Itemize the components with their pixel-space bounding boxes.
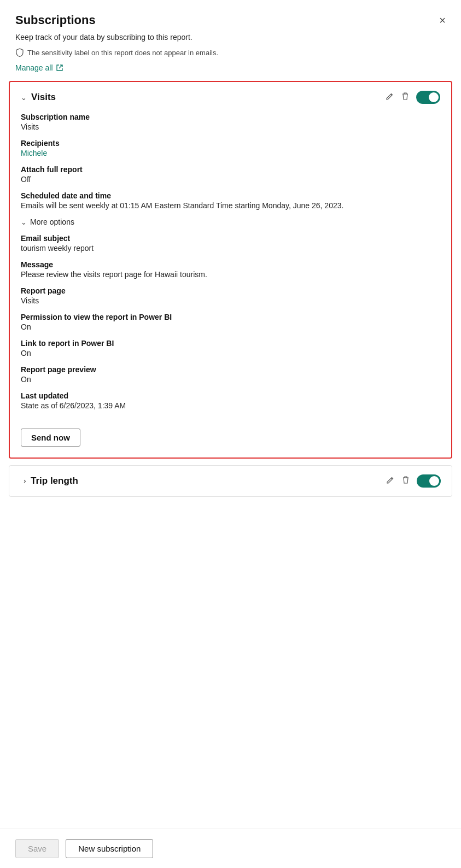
trip-length-toggle[interactable]: [417, 474, 441, 488]
panel-header: Subscriptions ×: [0, 0, 461, 33]
save-button: Save: [15, 839, 59, 858]
field-message: Message Please review the visits report …: [21, 260, 440, 279]
delete-icon-trip[interactable]: [401, 476, 410, 486]
new-subscription-button[interactable]: New subscription: [66, 839, 153, 858]
card-name-row: ⌄ Visits: [21, 92, 56, 103]
more-options-chevron-icon: ⌄: [21, 218, 27, 226]
subscriptions-panel: Subscriptions × Keep track of your data …: [0, 0, 461, 868]
card-left-trip-length: ⌄ Trip length: [20, 476, 78, 486]
card-title-trip-length: Trip length: [31, 476, 78, 486]
field-scheduled-datetime: Scheduled date and time Emails will be s…: [21, 191, 440, 210]
shield-icon: [15, 48, 24, 57]
footer-bar: Save New subscription: [0, 829, 461, 868]
visits-toggle[interactable]: [416, 91, 440, 104]
field-permission-powerbi: Permission to view the report in Power B…: [21, 313, 440, 331]
field-last-updated: Last updated State as of 6/26/2023, 1:39…: [21, 391, 440, 410]
more-options-label: More options: [30, 218, 74, 226]
panel-title: Subscriptions: [15, 13, 96, 27]
edit-icon[interactable]: [386, 92, 394, 103]
panel-subtitle: Keep track of your data by subscribing t…: [0, 33, 461, 46]
subscription-card-visits: ⌄ Visits: [9, 81, 452, 459]
field-report-page: Report page Visits: [21, 286, 440, 305]
card-actions-visits: [386, 91, 440, 104]
sensitivity-row: The sensitivity label on this report doe…: [0, 46, 461, 61]
delete-icon[interactable]: [401, 92, 410, 103]
card-title-visits: Visits: [31, 92, 56, 103]
close-button[interactable]: ×: [439, 15, 446, 26]
field-report-preview: Report page preview On: [21, 365, 440, 384]
manage-all-label: Manage all: [15, 63, 53, 72]
field-attach-report: Attach full report Off: [21, 165, 440, 184]
chevron-right-icon[interactable]: ⌄: [19, 478, 27, 484]
external-link-icon: [56, 64, 63, 72]
field-recipients: Recipients Michele: [21, 139, 440, 157]
field-email-subject: Email subject tourism weekly report: [21, 234, 440, 253]
sensitivity-text: The sensitivity label on this report doe…: [27, 49, 218, 57]
send-now-button[interactable]: Send now: [21, 429, 80, 447]
subscription-card-trip-length: ⌄ Trip length: [9, 465, 452, 497]
edit-icon-trip[interactable]: [386, 476, 395, 486]
more-options-row[interactable]: ⌄ More options: [21, 218, 440, 226]
manage-all-link[interactable]: Manage all: [0, 61, 461, 81]
card-header-visits: ⌄ Visits: [21, 91, 440, 104]
card-actions-trip-length: [386, 474, 441, 488]
field-subscription-name: Subscription name Visits: [21, 113, 440, 131]
chevron-down-icon[interactable]: ⌄: [21, 93, 27, 102]
field-link-powerbi: Link to report in Power BI On: [21, 339, 440, 357]
